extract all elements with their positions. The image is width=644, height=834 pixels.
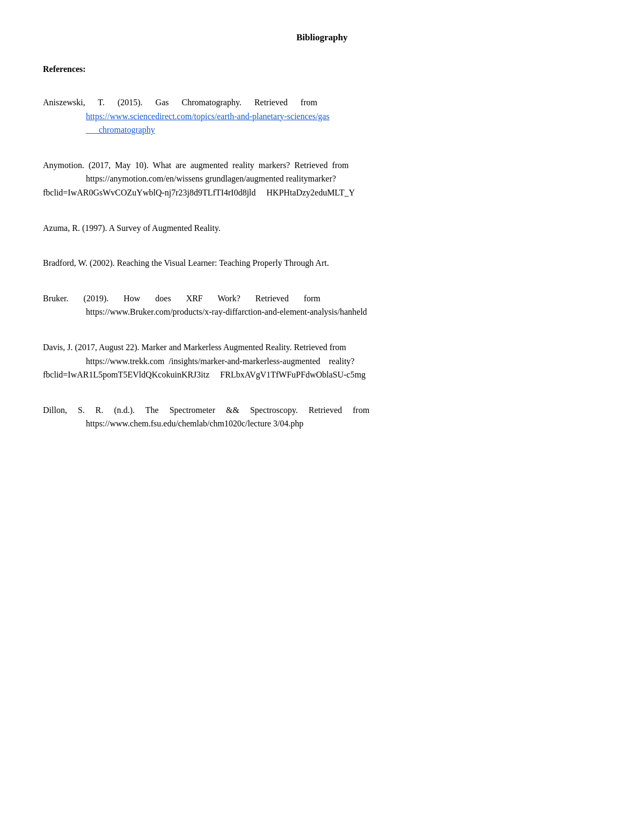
reference-aniszewski: Aniszewski, T. (2015). Gas Chromatograph…	[43, 96, 601, 137]
page-title: Bibliography	[43, 32, 601, 43]
reference-line: Azuma, R. (1997). A Survey of Augmented …	[43, 221, 601, 235]
references-label: References:	[43, 64, 601, 74]
reference-line: Anymotion. (2017, May 10). What are augm…	[43, 158, 601, 172]
aniszewski-link[interactable]: https://www.sciencedirect.com/topics/ear…	[86, 112, 330, 121]
reference-line: Bradford, W. (2002). Reaching the Visual…	[43, 256, 601, 270]
reference-dillon: Dillon, S. R. (n.d.). The Spectrometer &…	[43, 403, 601, 431]
reference-url-cont: fbclid=IwAR0GsWvCOZuYwblQ-nj7r23j8d9TLfT…	[43, 186, 601, 200]
reference-line: Aniszewski, T. (2015). Gas Chromatograph…	[43, 96, 601, 110]
reference-url-cont: fbclid=IwAR1L5pomT5EVldQKcokuinKRJ3itz F…	[43, 368, 601, 382]
reference-url[interactable]: https://www.sciencedirect.com/topics/ear…	[86, 110, 601, 124]
reference-bruker: Bruker. (2019). How does XRF Work? Retri…	[43, 292, 601, 319]
reference-davis: Davis, J. (2017, August 22). Marker and …	[43, 340, 601, 382]
reference-line: Dillon, S. R. (n.d.). The Spectrometer &…	[43, 403, 601, 417]
reference-line: Davis, J. (2017, August 22). Marker and …	[43, 340, 601, 354]
reference-line: Bruker. (2019). How does XRF Work? Retri…	[43, 292, 601, 306]
reference-url: https://anymotion.com/en/wissens grundla…	[86, 172, 601, 186]
reference-url: https://www.trekk.com /insights/marker-a…	[86, 354, 601, 368]
reference-url-cont[interactable]: chromatography	[86, 123, 601, 137]
reference-url: https://www.Bruker.com/products/x-ray-di…	[86, 305, 601, 319]
reference-url: https://www.chem.fsu.edu/chemlab/chm1020…	[86, 417, 601, 431]
reference-anymotion: Anymotion. (2017, May 10). What are augm…	[43, 158, 601, 200]
reference-azuma: Azuma, R. (1997). A Survey of Augmented …	[43, 221, 601, 235]
aniszewski-link-cont[interactable]: chromatography	[86, 125, 155, 134]
reference-bradford: Bradford, W. (2002). Reaching the Visual…	[43, 256, 601, 270]
